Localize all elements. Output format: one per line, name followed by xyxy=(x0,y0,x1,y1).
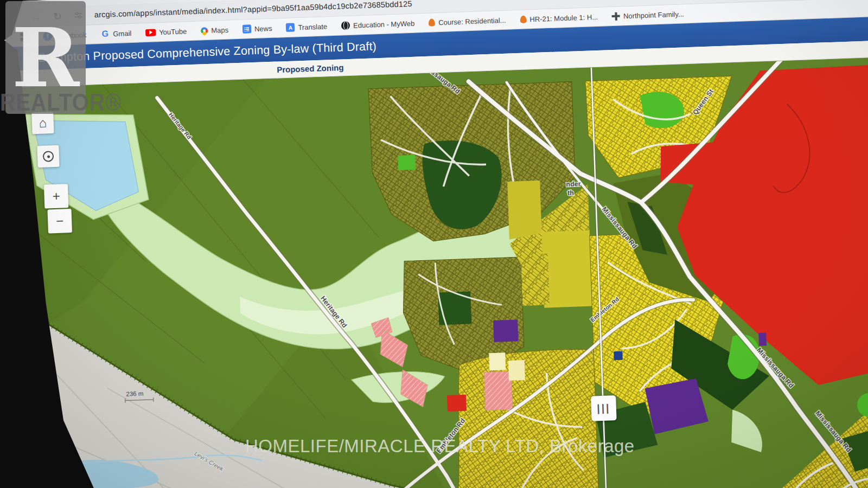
minus-icon: − xyxy=(56,213,64,228)
forward-button[interactable]: → xyxy=(31,11,42,22)
bookmark-gmail[interactable]: Gmail xyxy=(100,28,132,38)
home-icon: ⌂ xyxy=(39,115,47,130)
bookmark-label: Maps xyxy=(211,25,228,34)
bookmark-label: Northpoint Family... xyxy=(623,10,684,20)
bookmark-label: Education - MyWeb xyxy=(353,19,415,29)
back-button[interactable]: ← xyxy=(9,12,20,23)
bookmark-facebook[interactable]: Facebook xyxy=(43,30,87,41)
bookmark-hr21[interactable]: HR-21: Module 1: H... xyxy=(520,12,598,23)
bookmark-northpoint[interactable]: Northpoint Family... xyxy=(612,10,684,21)
photo-of-monitor: ← → ↻ arcgis.com/apps/instant/media/inde… xyxy=(0,0,868,488)
bookmark-label: Translate xyxy=(298,22,327,31)
globe-icon xyxy=(341,21,350,30)
maps-pin-icon xyxy=(200,25,209,35)
locate-icon xyxy=(43,151,54,162)
translate-icon xyxy=(286,23,295,32)
zoning-map-canvas[interactable]: Mississauga Rd Mississauga Rd Mississaug… xyxy=(0,56,868,488)
bookmark-news[interactable]: News xyxy=(242,24,272,34)
bookmark-label: Course: Residential... xyxy=(438,16,506,26)
home-button[interactable]: ⌂ xyxy=(31,112,54,134)
place-label-fragment: th xyxy=(567,189,574,197)
bookmark-course[interactable]: Course: Residential... xyxy=(429,16,506,27)
flame-icon xyxy=(429,18,435,26)
news-icon xyxy=(242,24,252,34)
reload-button[interactable]: ↻ xyxy=(53,11,62,22)
bookmark-youtube[interactable]: YouTube xyxy=(145,27,187,37)
compare-slider-handle[interactable]: ||| xyxy=(591,395,617,421)
locate-button[interactable] xyxy=(37,145,59,168)
bookmark-label: HR-21: Module 1: H... xyxy=(529,12,598,23)
bookmark-label: YouTube xyxy=(159,27,187,36)
flame-icon xyxy=(520,15,526,23)
facebook-icon xyxy=(43,31,53,41)
scale-text: 236 m xyxy=(126,390,143,397)
youtube-icon xyxy=(145,29,156,36)
cross-icon xyxy=(612,12,621,21)
map-caption: Proposed Zoning xyxy=(277,63,344,74)
apps-grid-icon[interactable] xyxy=(20,33,23,36)
bookmark-label: Facebook xyxy=(55,30,87,40)
site-settings-icon[interactable] xyxy=(74,11,83,20)
zoning-map[interactable]: Mississauga Rd Mississauga Rd Mississaug… xyxy=(0,56,868,488)
place-label-fragment: nder xyxy=(566,180,581,188)
bookmark-translate[interactable]: Translate xyxy=(286,22,327,32)
bookmark-label: Gmail xyxy=(113,29,131,37)
bookmark-education[interactable]: Education - MyWeb xyxy=(341,19,415,30)
gmail-icon xyxy=(100,29,110,39)
zoom-out-button[interactable]: − xyxy=(47,209,72,234)
bookmark-label: News xyxy=(254,24,272,33)
bookmark-maps[interactable]: Maps xyxy=(201,25,228,35)
zoom-in-button[interactable]: + xyxy=(44,184,69,209)
plus-icon: + xyxy=(52,189,60,204)
browser-window: ← → ↻ arcgis.com/apps/instant/media/inde… xyxy=(0,0,868,488)
